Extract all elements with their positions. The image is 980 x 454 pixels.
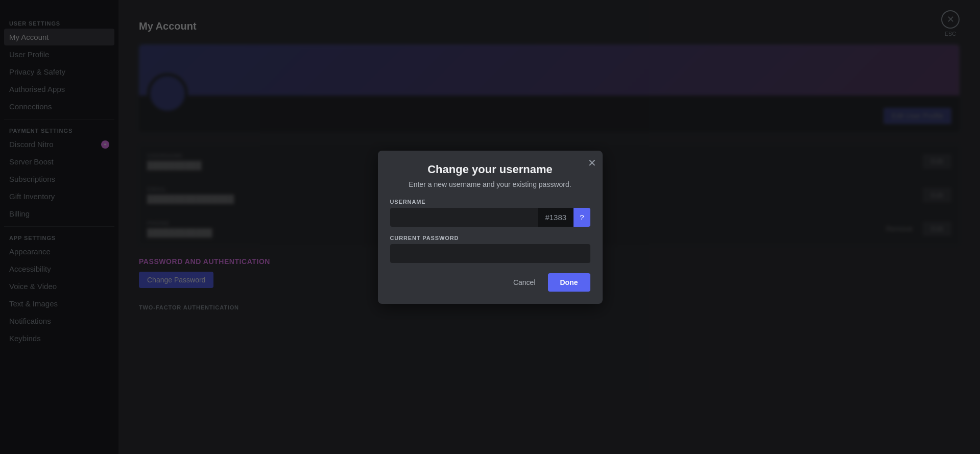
help-button[interactable]: ? [573,208,590,227]
modal-close-button[interactable]: ✕ [588,157,596,169]
username-input-row: #1383 ? [390,208,590,227]
current-password-input[interactable] [390,244,590,263]
change-username-modal: ✕ Change your username Enter a new usern… [378,151,603,304]
modal-title: Change your username [390,163,590,176]
username-input[interactable] [390,208,538,227]
modal-subtitle: Enter a new username and your existing p… [390,180,590,188]
cancel-button[interactable]: Cancel [507,274,542,291]
done-button[interactable]: Done [548,273,590,292]
discriminator: #1383 [538,208,573,227]
password-field-label: CURRENT PASSWORD [390,235,590,241]
modal-actions: Cancel Done [390,273,590,292]
username-field-label: USERNAME [390,199,590,205]
modal-overlay[interactable]: ✕ Change your username Enter a new usern… [0,0,980,454]
